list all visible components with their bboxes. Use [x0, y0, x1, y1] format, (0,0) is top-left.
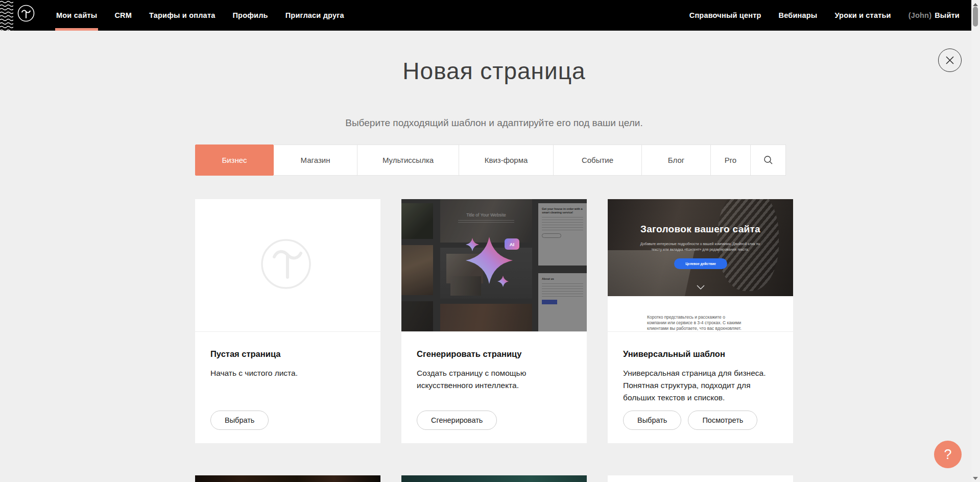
nav-item-profile[interactable]: Профиль	[232, 0, 268, 31]
active-underline	[55, 28, 98, 31]
ai-generate-preview[interactable]: Title of Your Website Get your house in …	[401, 199, 587, 332]
nav-left: Мои сайты CRM Тарифы и оплата Профиль Пр…	[56, 0, 344, 31]
card-title: Сгенерировать страницу	[417, 349, 571, 359]
page-title: Новая страница	[195, 57, 793, 85]
template-cards-row-2	[195, 475, 793, 482]
universal-template-preview[interactable]: Заголовок вашего сайта Добавьте интересн…	[608, 199, 793, 332]
nav-label: Профиль	[232, 11, 268, 19]
tab-pro[interactable]: Pro	[711, 144, 751, 176]
template-category-tabs: Бизнес Магазин Мультиссылка Квиз-форма С…	[195, 144, 786, 176]
page-subtitle: Выберите подходящий шаблон и адаптируйте…	[195, 117, 793, 129]
tilda-logo-icon[interactable]	[17, 5, 35, 22]
new-page-dialog: Мои сайты CRM Тарифы и оплата Профиль Пр…	[0, 0, 980, 482]
card-info: Сгенерировать страницу Создать страницу …	[401, 332, 587, 443]
nav-item-lessons[interactable]: Уроки и статьи	[834, 0, 891, 31]
nav-label: Мои сайты	[56, 11, 97, 19]
close-icon	[945, 55, 955, 65]
tab-business[interactable]: Бизнес	[195, 144, 274, 176]
chevron-down-icon	[697, 285, 705, 290]
scrollbar-thumb[interactable]	[973, 7, 978, 27]
close-button[interactable]	[938, 49, 962, 72]
template-subtext: Добавьте интересные подробности о вашей …	[636, 241, 764, 252]
template-hero: Заголовок вашего сайта Добавьте интересн…	[608, 199, 793, 296]
nav-item-my-sites[interactable]: Мои сайты	[56, 0, 97, 31]
logout-label: Выйти	[935, 11, 960, 19]
nav-item-crm[interactable]: CRM	[114, 0, 132, 31]
template-heading: Заголовок вашего сайта	[608, 224, 793, 235]
nav-label: Тарифы и оплата	[149, 11, 215, 19]
template-card-partial[interactable]	[608, 475, 793, 482]
template-cards-row: Пустая страница Начать с чистого листа. …	[195, 199, 793, 443]
card-description: Универсальная страница для бизнеса. Поня…	[623, 367, 778, 404]
scroll-down-arrow-icon[interactable]	[973, 477, 978, 480]
nav-label: CRM	[114, 11, 132, 19]
vertical-scrollbar[interactable]	[971, 0, 980, 482]
template-card-partial[interactable]	[401, 475, 587, 482]
content-container: Новая страница Выберите подходящий шабло…	[195, 31, 793, 482]
tab-search[interactable]	[751, 144, 786, 176]
nav-item-invite-friend[interactable]: Пригласи друга	[285, 0, 344, 31]
generate-button[interactable]: Сгенерировать	[417, 411, 497, 430]
select-button[interactable]: Выбрать	[210, 411, 269, 430]
tab-blog[interactable]: Блог	[642, 144, 711, 176]
view-button[interactable]: Посмотреть	[688, 411, 757, 430]
top-navbar: Мои сайты CRM Тарифы и оплата Профиль Пр…	[0, 0, 980, 31]
tab-quiz-form[interactable]: Квиз-форма	[459, 144, 554, 176]
card-buttons: Выбрать	[210, 411, 269, 430]
tab-shop[interactable]: Магазин	[274, 144, 357, 176]
help-button[interactable]: ?	[934, 441, 962, 468]
card-buttons: Выбрать Посмотреть	[623, 411, 757, 430]
card-description: Начать с чистого листа.	[210, 367, 365, 379]
template-paragraph: Коротко представьтесь и расскажите о ком…	[647, 315, 745, 332]
card-title: Пустая страница	[210, 349, 365, 359]
card-info: Универсальный шаблон Универсальная стран…	[608, 332, 793, 443]
blank-page-preview[interactable]	[195, 199, 380, 332]
ai-badge: AI	[505, 238, 519, 250]
nav-item-webinars[interactable]: Вебинары	[779, 0, 818, 31]
question-mark-icon: ?	[944, 447, 951, 463]
nav-item-help-center[interactable]: Справочный центр	[689, 0, 761, 31]
nav-item-pricing[interactable]: Тарифы и оплата	[149, 0, 215, 31]
card-description: Создать страницу с помощью искусственног…	[417, 367, 571, 392]
scroll-up-arrow-icon[interactable]	[973, 3, 978, 6]
nav-label: Пригласи друга	[285, 11, 344, 19]
nav-item-logout[interactable]: (John) Выйти	[909, 0, 960, 31]
template-cta-button: Целевое действие	[674, 258, 727, 269]
card-title: Универсальный шаблон	[623, 349, 778, 359]
nav-label: Вебинары	[779, 11, 818, 19]
card-universal-template: Заголовок вашего сайта Добавьте интересн…	[608, 199, 793, 443]
nav-right: Справочный центр Вебинары Уроки и статьи…	[689, 0, 960, 31]
zigzag-pattern	[0, 0, 13, 31]
card-buttons: Сгенерировать	[417, 411, 497, 430]
card-info: Пустая страница Начать с чистого листа. …	[195, 332, 380, 443]
search-icon	[763, 155, 773, 165]
tab-multilink[interactable]: Мультиссылка	[357, 144, 459, 176]
template-card-partial[interactable]	[195, 475, 380, 482]
tab-event[interactable]: Событие	[554, 144, 642, 176]
laptop-shape	[608, 250, 695, 296]
nav-label: Уроки и статьи	[834, 11, 891, 19]
user-name: (John)	[909, 11, 932, 19]
card-ai-generate: Title of Your Website Get your house in …	[401, 199, 587, 443]
tilda-watermark-icon	[195, 199, 380, 332]
nav-label: Справочный центр	[689, 11, 761, 19]
card-blank-page: Пустая страница Начать с чистого листа. …	[195, 199, 380, 443]
ai-sparkle-icon	[401, 199, 587, 332]
select-button[interactable]: Выбрать	[623, 411, 681, 430]
